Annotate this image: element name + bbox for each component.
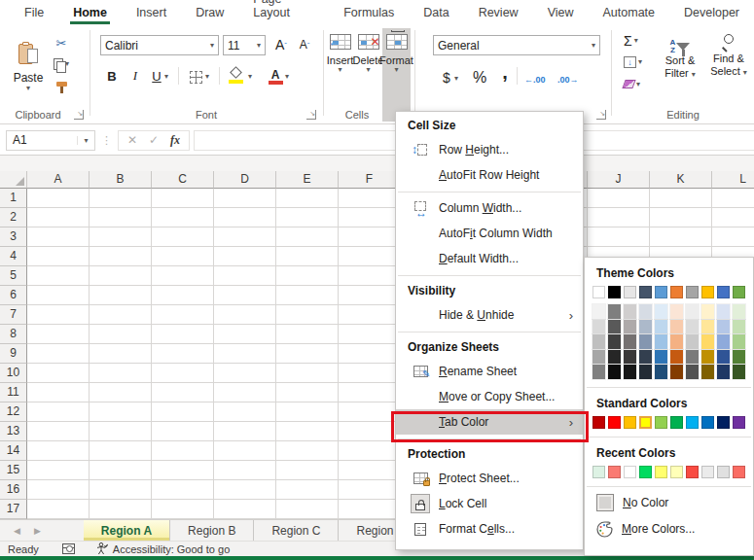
color-swatch[interactable] [608, 416, 621, 429]
sheet-nav-prev-icon[interactable]: ◀ [14, 526, 20, 536]
enter-button[interactable]: ✓ [144, 133, 163, 147]
color-swatch[interactable] [655, 334, 667, 349]
row-header[interactable]: 9 [0, 344, 27, 364]
insert-function-button[interactable]: fx [165, 133, 185, 148]
color-swatch[interactable] [592, 334, 605, 349]
sheet-tab[interactable]: Region A [84, 520, 170, 541]
color-swatch[interactable] [624, 286, 636, 298]
column-header[interactable]: J [588, 171, 650, 189]
column-header[interactable]: C [152, 171, 214, 189]
color-swatch[interactable] [592, 286, 605, 298]
color-swatch[interactable] [701, 365, 714, 379]
color-swatch[interactable] [701, 320, 714, 334]
color-swatch[interactable] [592, 304, 605, 319]
column-header[interactable]: B [90, 171, 152, 189]
color-swatch[interactable] [686, 304, 699, 319]
color-swatch[interactable] [624, 416, 636, 429]
row-header[interactable]: 14 [0, 441, 27, 461]
color-swatch[interactable] [655, 466, 667, 478]
color-swatch[interactable] [592, 350, 605, 365]
chevron-down-icon[interactable]: ▾ [77, 136, 94, 145]
menu-item-default-width[interactable]: Default Width... [396, 246, 583, 271]
ribbon-tab[interactable]: Insert [122, 1, 181, 26]
menu-item-protect-sheet[interactable]: Protect Sheet... [396, 466, 583, 491]
menu-item-autofit-column-width[interactable]: AutoFit Column Width [396, 221, 583, 246]
number-dialog-launcher[interactable]: ↘ [596, 110, 606, 120]
color-swatch[interactable] [592, 365, 605, 379]
color-swatch[interactable] [608, 320, 621, 334]
row-header[interactable]: 4 [0, 247, 27, 266]
format-painter-button[interactable] [51, 79, 72, 96]
color-swatch[interactable] [639, 350, 652, 365]
color-swatch[interactable] [624, 320, 636, 334]
ribbon-tab[interactable]: Automate [589, 1, 670, 26]
sheet-nav-next-icon[interactable]: ▶ [34, 526, 41, 536]
fill-color-button[interactable] [227, 65, 246, 87]
sheet-tab[interactable]: Region C [254, 520, 339, 541]
color-swatch[interactable] [733, 416, 745, 429]
number-format-combo[interactable]: General▾ [433, 35, 600, 55]
autosum-button[interactable]: Σ▾ [624, 33, 638, 49]
menu-item-lock-cell[interactable]: Lock Cell [396, 491, 583, 516]
column-header[interactable]: F [339, 171, 401, 189]
color-swatch[interactable] [686, 466, 699, 478]
color-swatch[interactable] [608, 304, 621, 319]
color-swatch[interactable] [717, 365, 730, 379]
color-swatch[interactable] [608, 365, 621, 379]
chevron-down-icon[interactable]: ▾ [285, 73, 289, 81]
ribbon-tab[interactable]: Home [58, 1, 122, 26]
color-swatch[interactable] [733, 334, 745, 349]
color-swatch[interactable] [670, 304, 683, 319]
color-swatch[interactable] [655, 286, 667, 298]
underline-button[interactable]: U [147, 65, 166, 87]
ribbon-tab[interactable]: Data [409, 1, 463, 26]
menu-item-rename-sheet[interactable]: ✎ Rename Sheet [396, 359, 583, 384]
row-header[interactable]: 8 [0, 325, 27, 344]
color-swatch[interactable] [608, 466, 621, 478]
color-swatch[interactable] [670, 416, 683, 429]
insert-cells-button[interactable]: ← Insert ▾ [326, 28, 354, 122]
record-macro-icon[interactable] [62, 543, 75, 554]
row-header[interactable]: 3 [0, 228, 27, 247]
chevron-down-icon[interactable]: ▾ [164, 73, 168, 81]
menu-item-column-width[interactable]: ↔ Column Width... [396, 195, 583, 221]
ribbon-tab[interactable]: View [533, 1, 589, 26]
color-swatch[interactable] [733, 286, 745, 298]
column-header[interactable]: L [712, 171, 754, 189]
color-swatch[interactable] [624, 304, 636, 319]
menu-item-row-height[interactable]: ↕ Row Height... [396, 137, 583, 162]
select-all-corner[interactable] [0, 171, 27, 189]
row-header[interactable]: 10 [0, 364, 27, 383]
ribbon-tab[interactable]: Formulas [329, 1, 409, 26]
color-swatch[interactable] [717, 466, 730, 478]
color-swatch[interactable] [624, 350, 636, 365]
ribbon-tab[interactable]: Draw [181, 1, 238, 26]
more-colors-item[interactable]: More Colors... [585, 516, 753, 542]
no-color-item[interactable]: No Color [585, 490, 753, 516]
color-swatch[interactable] [639, 466, 652, 478]
color-swatch[interactable] [639, 286, 652, 298]
row-header[interactable]: 12 [0, 402, 27, 422]
row-header[interactable]: 5 [0, 266, 27, 286]
color-swatch[interactable] [686, 320, 699, 334]
decrease-font-size-button[interactable]: Aˇ [295, 34, 314, 55]
chevron-down-icon[interactable]: ▾ [454, 75, 458, 83]
column-header[interactable]: E [276, 171, 339, 189]
font-size-combo[interactable]: 11▾ [223, 35, 266, 55]
increase-decimal-button[interactable]: ←.00 [524, 69, 546, 90]
name-box[interactable]: A1 ▾ [6, 130, 95, 151]
color-swatch[interactable] [686, 365, 699, 379]
paste-button[interactable]: Paste ▾ [10, 32, 47, 102]
color-swatch[interactable] [701, 304, 714, 319]
color-swatch[interactable] [624, 334, 636, 349]
chevron-down-icon[interactable]: ▾ [205, 73, 209, 81]
color-swatch[interactable] [701, 350, 714, 365]
column-header[interactable]: D [214, 171, 276, 189]
color-swatch[interactable] [639, 320, 652, 334]
sheet-tab[interactable]: Region B [170, 520, 254, 541]
color-swatch[interactable] [608, 334, 621, 349]
color-swatch[interactable] [655, 365, 667, 379]
color-swatch[interactable] [670, 320, 683, 334]
color-swatch[interactable] [639, 334, 652, 349]
increase-font-size-button[interactable]: Aˆ [271, 34, 291, 55]
